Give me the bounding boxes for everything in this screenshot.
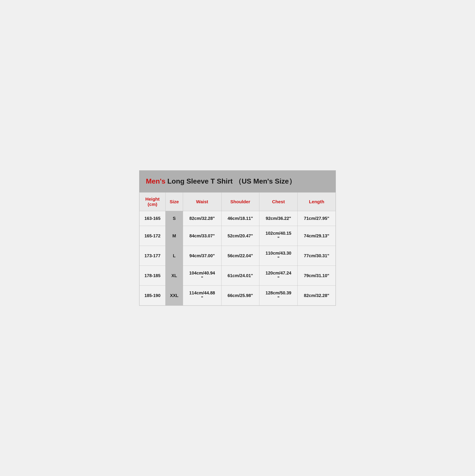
height-cell: 163-165	[140, 211, 166, 226]
header-height: Height(cm)	[140, 192, 166, 211]
waist-cell: 82cm/32.28"	[183, 211, 221, 226]
size-table: Height(cm) Size Waist Shoulder Chest Len…	[139, 192, 336, 306]
height-cell: 185-190	[140, 286, 166, 306]
table-row: 165-172M84cm/33.07"52cm/20.47"102cm/40.1…	[140, 226, 336, 246]
shoulder-cell: 52cm/20.47"	[221, 226, 259, 246]
size-cell: S	[166, 211, 183, 226]
table-row: 185-190XXL114cm/44.88 "66cm/25.98"128cm/…	[140, 286, 336, 306]
waist-cell: 114cm/44.88 "	[183, 286, 221, 306]
header-length: Length	[298, 192, 336, 211]
title-black: Long Sleeve T Shirt （US Men's Size）	[165, 177, 296, 185]
size-cell: M	[166, 226, 183, 246]
header-waist: Waist	[183, 192, 221, 211]
table-row: 163-165S82cm/32.28"46cm/18.11"92cm/36.22…	[140, 211, 336, 226]
title-red: Men's	[146, 177, 165, 185]
size-cell: L	[166, 246, 183, 266]
table-row: 173-177L94cm/37.00"56cm/22.04"110cm/43.3…	[140, 246, 336, 266]
length-cell: 77cm/30.31"	[298, 246, 336, 266]
size-chart: Men's Long Sleeve T Shirt （US Men's Size…	[139, 170, 336, 306]
waist-cell: 94cm/37.00"	[183, 246, 221, 266]
length-cell: 82cm/32.28"	[298, 286, 336, 306]
size-cell: XL	[166, 266, 183, 286]
height-cell: 173-177	[140, 246, 166, 266]
header-size: Size	[166, 192, 183, 211]
waist-cell: 84cm/33.07"	[183, 226, 221, 246]
chest-cell: 110cm/43.30 "	[259, 246, 298, 266]
chest-cell: 102cm/40.15 "	[259, 226, 298, 246]
chest-cell: 128cm/50.39 "	[259, 286, 298, 306]
shoulder-cell: 46cm/18.11"	[221, 211, 259, 226]
header-row: Height(cm) Size Waist Shoulder Chest Len…	[140, 192, 336, 211]
shoulder-cell: 61cm/24.01"	[221, 266, 259, 286]
shoulder-cell: 56cm/22.04"	[221, 246, 259, 266]
size-cell: XXL	[166, 286, 183, 306]
chest-cell: 120cm/47.24 "	[259, 266, 298, 286]
shoulder-cell: 66cm/25.98"	[221, 286, 259, 306]
waist-cell: 104cm/40.94 "	[183, 266, 221, 286]
height-cell: 165-172	[140, 226, 166, 246]
length-cell: 71cm/27.95"	[298, 211, 336, 226]
length-cell: 79cm/31.10"	[298, 266, 336, 286]
table-row: 178-185XL104cm/40.94 "61cm/24.01"120cm/4…	[140, 266, 336, 286]
height-cell: 178-185	[140, 266, 166, 286]
header-chest: Chest	[259, 192, 298, 211]
chest-cell: 92cm/36.22"	[259, 211, 298, 226]
length-cell: 74cm/29.13"	[298, 226, 336, 246]
header-shoulder: Shoulder	[221, 192, 259, 211]
chart-title: Men's Long Sleeve T Shirt （US Men's Size…	[139, 170, 336, 192]
